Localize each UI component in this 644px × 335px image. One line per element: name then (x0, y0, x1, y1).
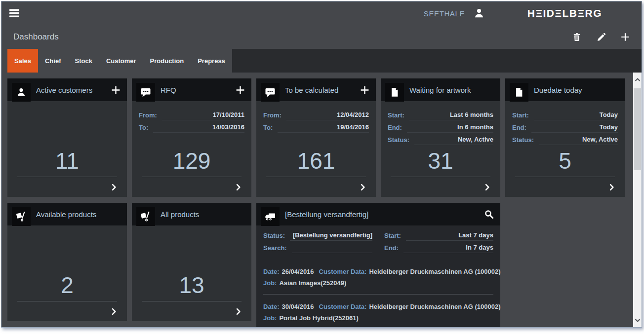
count-zone: 5 (505, 145, 625, 177)
job-list-item[interactable]: Date:26/04/2016Customer Data:Heidelberge… (263, 266, 493, 289)
count-value: 129 (173, 149, 211, 172)
card-active-customers: Active customers 11 (7, 78, 127, 197)
card-header: To be calculated (256, 78, 376, 101)
card-title: Waiting for artwork (409, 86, 495, 94)
add-widget-icon[interactable] (109, 83, 122, 96)
card-header: Available products (7, 203, 127, 225)
delete-dashboard-icon[interactable] (571, 32, 582, 42)
job-date: 30/04/2016 (282, 303, 314, 310)
open-details-button[interactable] (256, 177, 376, 197)
add-widget-icon[interactable] (234, 83, 246, 96)
handtruck-icon (12, 207, 31, 226)
document-icon (385, 83, 404, 102)
filter-label: Status: (263, 232, 285, 241)
scroll-up-icon[interactable] (633, 74, 642, 84)
filter-label: From: (139, 112, 157, 120)
tab-sales[interactable]: Sales (7, 49, 38, 73)
tab-customer[interactable]: Customer (99, 49, 143, 73)
job-name-label: Job: (263, 279, 277, 287)
filter-value[interactable]: Last 7 days (406, 231, 493, 241)
user-menu[interactable]: SEETHALE (424, 7, 485, 20)
tab-production[interactable]: Production (143, 49, 191, 73)
card-header: RFQ (132, 78, 251, 101)
job-date-label: Date: (263, 303, 280, 310)
filter-label: Start: (384, 232, 401, 241)
count-value: 5 (559, 149, 571, 172)
filter-value[interactable]: 14/03/2016 (153, 123, 244, 133)
card-title: [Bestellung versandfertig] (285, 210, 483, 219)
open-details-button[interactable] (132, 177, 251, 197)
tab-chief[interactable]: Chief (38, 49, 68, 73)
filter-label: From: (263, 112, 282, 120)
filter-label: Start: (512, 112, 529, 120)
menu-icon[interactable] (8, 7, 21, 19)
job-date: 26/04/2016 (282, 268, 314, 275)
count-value: 161 (297, 149, 335, 172)
card-duedate-today: Duedate today Start:Today End:Today Stat… (505, 78, 625, 197)
add-dashboard-icon[interactable] (620, 32, 631, 42)
card-order-list: [Bestellung versandfertig] Status:[Beste… (256, 203, 500, 327)
search-icon[interactable] (483, 208, 495, 221)
filter-label: Status: (512, 136, 534, 145)
card-title: Active customers (36, 86, 109, 94)
open-details-button[interactable] (505, 177, 625, 197)
count-value: 31 (428, 149, 453, 172)
filter-value[interactable]: 17/10/2011 (162, 111, 244, 120)
count-zone: 129 (132, 133, 251, 177)
filter-value[interactable]: Today (531, 123, 618, 133)
filter-label: Start: (388, 112, 404, 120)
filter-label: To: (263, 124, 273, 133)
order-filters-right: Start:Last 7 days End:In 7 days (384, 228, 493, 253)
chat-icon (136, 83, 155, 102)
filter-value[interactable]: New, Active (539, 136, 618, 145)
filter-label: End: (384, 244, 399, 253)
card-title: To be calculated (285, 86, 358, 94)
filter-value[interactable]: [Bestellung versandfertig] (290, 231, 372, 241)
job-customer: Heidelberger Druckmaschinen AG (100002) (369, 268, 500, 275)
dashboard-tabs: Sales Chief Stock Customer Production Pr… (1, 49, 642, 73)
count-value: 11 (55, 149, 79, 172)
open-details-button[interactable] (7, 177, 127, 197)
job-list-item[interactable]: Date:30/04/2016Customer Data:Heidelberge… (263, 301, 493, 324)
filter-value[interactable]: New, Active (414, 136, 493, 145)
job-list: Date:26/04/2016Customer Data:Heidelberge… (256, 253, 500, 324)
chevron-right-icon (110, 183, 118, 191)
add-widget-icon[interactable] (358, 83, 371, 96)
count-zone: 13 (132, 225, 251, 301)
chevron-right-icon (359, 183, 367, 191)
job-name: Portal Job Hybrid(252061) (279, 314, 358, 322)
scrollbar-thumb[interactable] (634, 88, 641, 170)
tab-stock[interactable]: Stock (68, 49, 99, 73)
open-details-button[interactable] (7, 301, 127, 321)
count-zone: 161 (256, 133, 376, 177)
order-filters-left: Status:[Bestellung versandfertig] Search… (263, 228, 372, 253)
filter-value[interactable]: Today (534, 111, 618, 120)
filter-value[interactable]: Last 6 months (409, 111, 493, 120)
chat-icon (261, 83, 280, 102)
job-separator (263, 294, 493, 295)
card-header: [Bestellung versandfertig] (256, 203, 500, 225)
tab-prepress[interactable]: Prepress (191, 49, 232, 73)
order-filters: Status:[Bestellung versandfertig] Search… (256, 225, 500, 253)
filter-value[interactable]: In 7 days (403, 244, 493, 253)
job-date-label: Date: (263, 268, 280, 275)
document-icon (510, 83, 528, 102)
filter-value[interactable]: In 6 months (407, 123, 493, 133)
chevron-right-icon (483, 183, 491, 191)
card-filters: Start:Today End:Today Status:New, Active (505, 101, 625, 145)
tab-strip-filler (232, 49, 642, 73)
vertical-scrollbar[interactable] (633, 73, 642, 327)
open-details-button[interactable] (132, 301, 251, 321)
filter-value[interactable]: 12/04/2012 (286, 111, 369, 120)
card-waiting-for-artwork: Waiting for artwork Start:Last 6 months … (381, 78, 500, 197)
job-name: Asian Images(252049) (279, 279, 346, 287)
card-rfq: RFQ From:17/10/2011 To:14/03/2016 129 (132, 78, 251, 197)
filter-value[interactable]: 19/04/2016 (278, 123, 369, 133)
scroll-down-icon[interactable] (633, 315, 642, 325)
edit-dashboard-icon[interactable] (596, 32, 606, 42)
card-filters: From:12/04/2012 To:19/04/2016 (256, 101, 376, 133)
toolbar-actions (571, 32, 631, 42)
job-customer: Heidelberger Druckmaschinen AG (100002) (369, 303, 500, 310)
open-details-button[interactable] (381, 177, 500, 197)
job-name-label: Job: (263, 314, 277, 322)
